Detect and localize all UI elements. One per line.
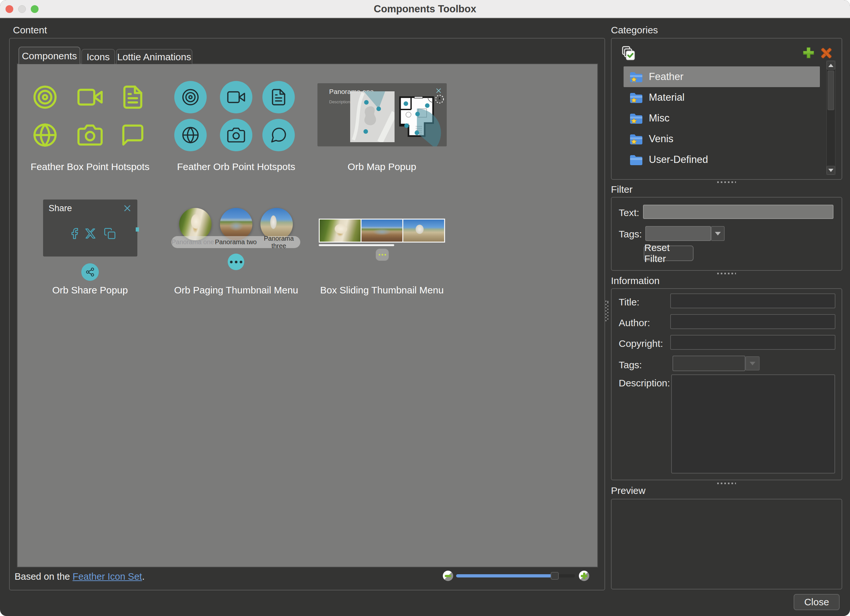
zoom-slider-thumb[interactable] [551, 572, 559, 580]
thumbnail-label: Panorama two [214, 238, 257, 246]
sliding-thumbnail-strip [319, 218, 445, 242]
chevron-down-icon [750, 362, 756, 365]
close-icon [123, 204, 132, 212]
sliding-menu-toggle-icon [376, 249, 389, 261]
panorama-one-thumbnail [179, 208, 211, 240]
zoom-out-button[interactable] [443, 571, 453, 581]
file-text-icon [120, 85, 145, 110]
category-label: User-Defined [649, 154, 708, 166]
select-all-icon[interactable] [621, 45, 637, 62]
category-label: Misc [649, 112, 670, 124]
splitter-handle[interactable] [717, 273, 736, 274]
tab-lottie-animations[interactable]: Lottie Animations [116, 49, 192, 64]
camera-orb-icon [220, 119, 252, 151]
splitter-handle[interactable] [717, 181, 736, 183]
video-orb-icon [220, 81, 252, 114]
scrollbar-thumb[interactable] [828, 70, 834, 110]
info-description-label: Description: [619, 378, 670, 389]
info-title-label: Title: [619, 297, 639, 308]
video-icon [78, 85, 103, 110]
thumbnail-label-bar: Panorama one Panorama two Panorama three [171, 236, 300, 248]
component-label: Box Sliding Thumbnail Menu [311, 285, 453, 296]
component-label: Feather Box Point Hotspots [19, 161, 161, 172]
tab-icons[interactable]: Icons [81, 49, 115, 64]
category-item-venis[interactable]: Venis [624, 129, 820, 149]
component-label: Orb Paging Thumbnail Menu [165, 285, 307, 296]
category-label: Venis [649, 133, 673, 145]
close-icon [435, 87, 442, 94]
share-orb-icon [81, 263, 99, 281]
message-circle-orb-icon [262, 119, 295, 151]
attribution-text: Based on the Feather Icon Set. [15, 571, 144, 582]
filter-section-label: Filter [611, 184, 633, 195]
x-logo-icon [84, 227, 97, 240]
titlebar: Components Toolbox [0, 0, 850, 18]
info-description-textarea[interactable] [671, 374, 835, 474]
delete-category-button[interactable] [820, 46, 833, 60]
component-label: Feather Orb Point Hotspots [165, 161, 307, 172]
tab-components[interactable]: Components [18, 46, 80, 64]
globe-orb-icon [174, 119, 207, 151]
add-category-button[interactable] [802, 46, 815, 59]
close-button[interactable]: Close [794, 594, 840, 610]
category-item-feather[interactable]: Feather [624, 66, 820, 87]
categories-section-label: Categories [611, 25, 658, 36]
category-item-material[interactable]: Material [624, 87, 820, 108]
splitter-handle[interactable] [717, 483, 736, 484]
zoom-in-button[interactable] [579, 571, 589, 581]
map-popup-preview: Panorama one Description of Panorama one [317, 83, 447, 147]
thumbnail-label: Panorama three [257, 235, 300, 250]
chevron-down-icon [715, 232, 721, 235]
copy-icon [104, 227, 116, 240]
paging-menu-toggle-icon [228, 254, 244, 270]
components-tab-page: Feather Box Point Hotspots Feather Orb P… [17, 63, 598, 567]
category-label: Material [649, 92, 684, 103]
preview-section-label: Preview [611, 485, 646, 496]
components-toolbox-window: Components Toolbox Content Components Ic… [0, 0, 850, 616]
camera-icon [78, 123, 103, 148]
sliding-menu-scrollbar [319, 244, 394, 246]
sidebar-splitter-handle[interactable] [605, 301, 608, 321]
categories-scrollbar[interactable] [826, 61, 835, 175]
panorama-one-thumbnail [320, 220, 361, 242]
panorama-three-thumbnail [403, 220, 444, 242]
info-title-input[interactable] [670, 293, 835, 308]
filter-tags-dropdown-button[interactable] [711, 226, 725, 241]
message-square-icon [120, 123, 145, 148]
share-popup-preview: Share [43, 199, 137, 257]
info-author-input[interactable] [670, 314, 835, 329]
filter-text-input[interactable] [643, 205, 834, 219]
category-label: Feather [649, 71, 684, 82]
component-label: Orb Share Popup [19, 285, 161, 296]
panorama-two-thumbnail [362, 220, 402, 242]
target-icon [32, 85, 58, 110]
target-orb-icon [174, 81, 207, 114]
thumbnail-label: Panorama one [171, 238, 214, 246]
feather-icon-set-link[interactable]: Feather Icon Set [73, 571, 142, 582]
information-section-label: Information [611, 275, 660, 286]
share-popup-title: Share [49, 203, 72, 214]
share-popup-handle [136, 227, 139, 232]
scroll-down-button[interactable] [827, 166, 835, 175]
scroll-up-button[interactable] [827, 61, 835, 70]
window-title: Components Toolbox [0, 0, 850, 18]
compass-icon [435, 94, 444, 104]
globe-icon [32, 123, 58, 148]
info-tags-dropdown[interactable] [672, 356, 745, 371]
info-tags-label: Tags: [619, 359, 642, 371]
reset-filter-button[interactable]: Reset Filter [643, 245, 694, 261]
category-item-misc[interactable]: Misc [624, 108, 820, 129]
content-section-label: Content [13, 25, 47, 36]
panorama-two-thumbnail [220, 208, 252, 240]
info-author-label: Author: [619, 317, 650, 328]
category-item-user-defined[interactable]: User-Defined [624, 149, 820, 170]
preview-panel [611, 499, 842, 589]
info-copyright-label: Copyright: [619, 338, 663, 349]
filter-tags-dropdown[interactable] [645, 226, 711, 241]
info-copyright-input[interactable] [670, 335, 835, 350]
component-label: Orb Map Popup [311, 161, 453, 172]
info-tags-dropdown-button[interactable] [745, 356, 760, 371]
file-text-orb-icon [262, 81, 295, 114]
map-image [350, 91, 395, 142]
filter-text-label: Text: [619, 207, 639, 218]
